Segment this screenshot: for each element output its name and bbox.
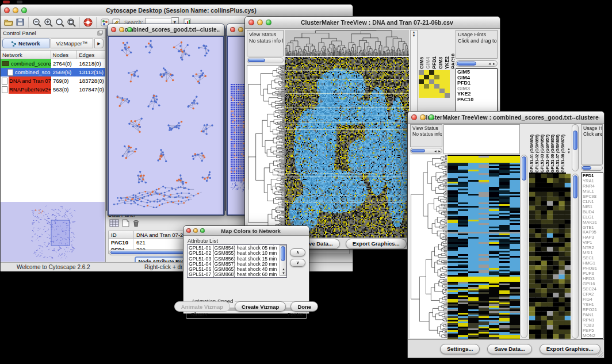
attribute-item[interactable]: GPL51-07 (GSM868) heat shock 60 min — [188, 272, 286, 277]
network-canvas-a[interactable] — [108, 36, 224, 215]
minimize-button[interactable] — [420, 114, 426, 120]
dialog-titlebar[interactable]: Map Colors to Network — [183, 226, 309, 236]
minimize-button[interactable] — [193, 228, 198, 233]
help-lifering-icon[interactable] — [82, 17, 94, 28]
tv2-global-vscrollbar[interactable] — [521, 155, 527, 338]
tv2-global-heatmap[interactable] — [447, 155, 520, 339]
create-vizmap-button[interactable]: Create Vizmap — [235, 301, 286, 312]
faster-label: Faster — [288, 312, 303, 317]
new-attribute-icon[interactable] — [122, 219, 129, 229]
tab-overflow-button[interactable]: ▶ — [94, 39, 104, 48]
matrix-cell — [439, 84, 445, 89]
export-graphics-button[interactable]: Export Graphics... — [346, 239, 407, 249]
tv2-zoom-vscrollbar[interactable] — [572, 174, 579, 339]
close-button[interactable] — [186, 228, 191, 233]
network-tree-row[interactable]: RNAPuberNov2+563(0)107847(0) — [1, 85, 105, 94]
network-name: combined_scores_ — [10, 59, 51, 68]
tv2-gene-list[interactable]: PFD1YRA1RNR4MSL1SPC98CLN1NIS1BUD4ELG1MAK… — [581, 173, 603, 339]
matrix-cell — [424, 70, 429, 75]
tv1-row-dendrogram[interactable] — [247, 65, 285, 239]
attribute-list-vscrollbar[interactable]: ▲ ▼ — [280, 245, 286, 276]
tv2-viewstatus-hscrollbar[interactable]: ◄► — [410, 148, 442, 154]
matrix-cell — [445, 79, 450, 84]
network-tree-row[interactable]: DNA and Tran 07769(0)183728(0) — [1, 76, 105, 85]
done-button[interactable]: Done — [290, 301, 318, 312]
matrix-cell — [439, 70, 445, 75]
network-tree-row[interactable]: combined_sco2569(6)13112(15) — [1, 68, 105, 76]
minimize-button[interactable] — [257, 20, 263, 25]
resize-grip[interactable] — [597, 351, 603, 357]
attribute-table-icon[interactable] — [109, 219, 119, 229]
matrix-cell — [434, 89, 439, 93]
delete-attribute-icon[interactable] — [132, 219, 140, 229]
matrix-cell — [434, 93, 439, 98]
tv1-usagehints-hscrollbar[interactable]: ◄► — [456, 60, 498, 67]
tv2-labels-vscrollbar[interactable] — [572, 124, 579, 171]
zoom-in-icon[interactable] — [43, 17, 54, 28]
matrix-cell — [445, 84, 450, 89]
float-panel-icon[interactable] — [97, 28, 103, 38]
usage-hints-title: Usage Hints — [458, 32, 486, 37]
tv1-zoom-heatmap[interactable] — [419, 70, 450, 98]
tv2-titlebar[interactable]: ClusterMaker TreeView : combined_scores_… — [408, 112, 604, 124]
zoom-out-icon[interactable] — [31, 17, 43, 28]
tab-vizmapper[interactable]: VizMapper™ — [51, 39, 93, 48]
view-status-title: View Status — [412, 125, 438, 131]
tv1-global-heatmap[interactable] — [285, 57, 409, 238]
tab-network[interactable]: Network — [2, 39, 49, 48]
save-icon[interactable] — [14, 17, 26, 28]
matrix-cell — [445, 93, 450, 98]
minimize-button[interactable] — [13, 7, 18, 13]
window-controls — [4, 7, 27, 13]
tv1-viewstatus-hscrollbar[interactable] — [247, 58, 284, 63]
minimize-button[interactable] — [238, 27, 243, 32]
tv2-zoom-heatmap[interactable] — [529, 174, 571, 339]
network-tree-row[interactable]: combined_scores_2764(0)16218(0) — [1, 59, 105, 68]
zoom-button[interactable] — [266, 20, 271, 25]
tv1-column-dendrogram[interactable] — [285, 30, 409, 56]
zoom-fit-icon[interactable] — [54, 17, 66, 28]
settings-button[interactable]: Settings... — [440, 344, 480, 354]
menubar-dark-app-icon — [17, 1, 22, 3]
dialog-button-row: Animate VizmapCreate VizmapDone — [183, 301, 309, 312]
network-view-window-a: combined_scores_good.txt--cluste... — [107, 24, 225, 216]
matrix-cell — [419, 84, 424, 89]
zoom-button[interactable] — [429, 114, 434, 120]
tv2-global-header-area — [443, 124, 520, 154]
menubar-red-app-icon — [3, 1, 10, 3]
attribute-list[interactable]: GPL51-01 (GSM854) heat shock 05 minGPL51… — [187, 244, 287, 278]
close-button[interactable] — [4, 7, 10, 13]
move-up-button[interactable]: ∧ — [290, 248, 305, 256]
close-button[interactable] — [411, 114, 417, 120]
column-label: GPL51-08 (GSM872) — [560, 135, 565, 173]
network-name: DNA and Tran 07 — [9, 76, 51, 85]
network-overview-panel[interactable] — [1, 202, 105, 262]
zoom-button[interactable] — [200, 228, 205, 233]
zoom-button[interactable] — [21, 7, 27, 13]
matrix-cell — [445, 89, 450, 93]
tv2-title: ClusterMaker TreeView : combined_scores_… — [422, 114, 599, 121]
node-count: 2764(0) — [51, 59, 78, 68]
network-tree: combined_scores_2764(0)16218(0)combined_… — [1, 59, 105, 94]
matrix-cell — [434, 75, 439, 79]
open-file-icon[interactable] — [3, 17, 14, 28]
tv1-titlebar[interactable]: ClusterMaker TreeView : DNA and Tran 07-… — [245, 17, 500, 29]
minimize-button[interactable] — [119, 27, 124, 32]
tv2-usagehints-hscrollbar[interactable] — [581, 165, 603, 171]
control-panel-title: Control Panel — [3, 30, 36, 36]
export-graphics-button[interactable]: Export Graphics... — [540, 344, 600, 354]
move-down-button[interactable]: ∨ — [290, 259, 305, 267]
tv2-label-mini-arrows[interactable]: ▲▼ — [567, 147, 571, 154]
tv2-row-dendrogram[interactable] — [410, 155, 447, 338]
zoom-selected-icon[interactable] — [66, 17, 77, 28]
close-button[interactable] — [230, 27, 235, 32]
matrix-cell — [424, 84, 429, 89]
close-button[interactable] — [111, 27, 116, 32]
zoom-button[interactable] — [127, 27, 132, 32]
close-button[interactable] — [248, 20, 254, 25]
save-data-button[interactable]: Save Data... — [487, 344, 531, 354]
main-titlebar[interactable]: Cytoscape Desktop (Session Name: collins… — [1, 5, 353, 17]
gene-label: PAC10 — [456, 97, 497, 103]
animate-vizmap-button[interactable]: Animate Vizmap — [174, 301, 230, 312]
window-a-titlebar[interactable]: combined_scores_good.txt--cluste... — [108, 24, 224, 36]
